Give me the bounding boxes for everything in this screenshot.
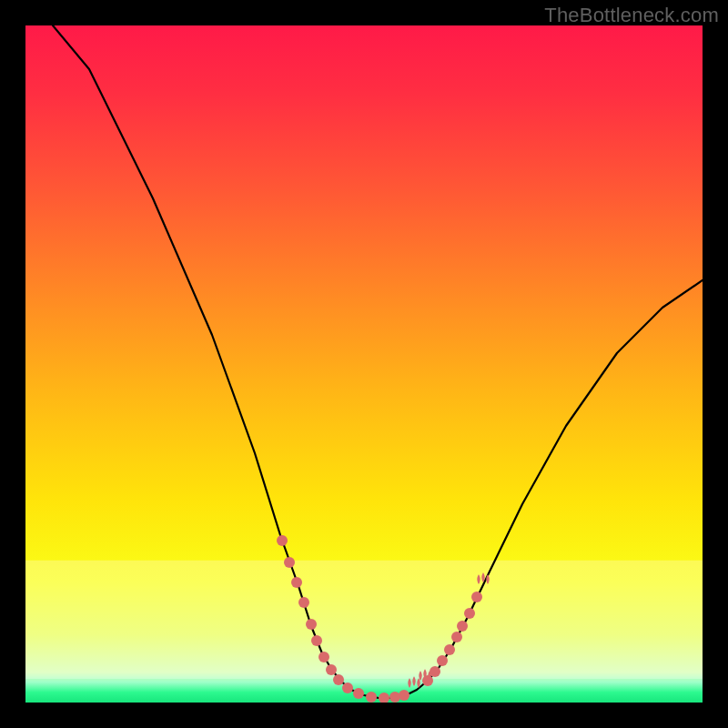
- bottleneck-chart: [25, 25, 703, 703]
- data-marker: [389, 692, 400, 703]
- data-marker: [318, 652, 329, 662]
- data-marker: [422, 675, 433, 686]
- data-marker: [333, 674, 344, 685]
- pale-band: [25, 561, 703, 679]
- chart-frame: [25, 25, 703, 703]
- data-marker: [326, 664, 337, 675]
- data-marker: [471, 592, 482, 602]
- data-marker: [342, 682, 353, 693]
- data-marker: [457, 621, 468, 632]
- data-marker: [311, 635, 322, 646]
- data-marker: [353, 688, 364, 699]
- data-marker: [399, 690, 410, 701]
- data-marker: [444, 644, 455, 655]
- data-marker: [437, 655, 448, 666]
- data-marker: [277, 535, 288, 546]
- data-marker: [284, 557, 295, 568]
- data-marker: [451, 632, 462, 642]
- data-marker: [298, 597, 309, 608]
- data-marker: [430, 666, 440, 677]
- watermark-text: TheBottleneck.com: [544, 4, 719, 27]
- data-marker: [366, 692, 377, 703]
- data-marker: [464, 608, 475, 619]
- data-marker: [291, 577, 302, 588]
- data-marker: [306, 619, 317, 630]
